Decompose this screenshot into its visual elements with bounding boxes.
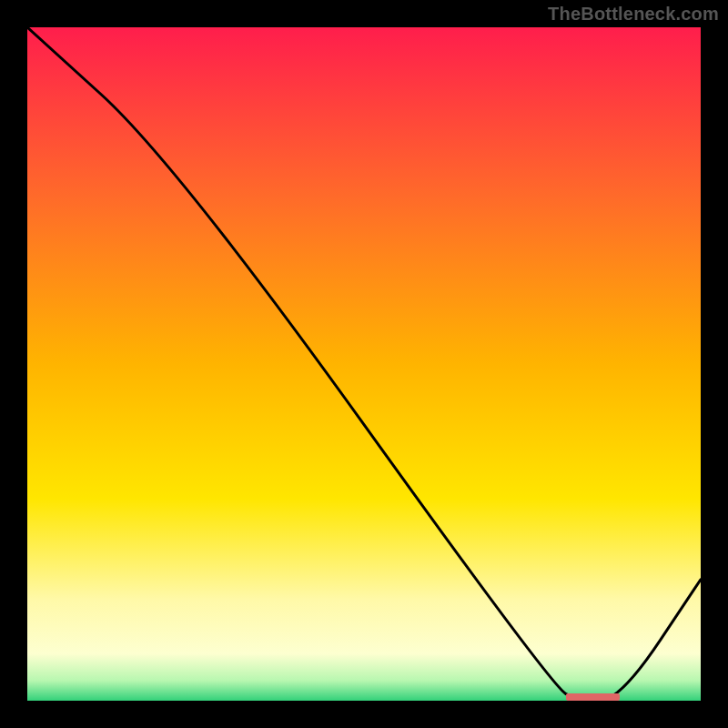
plot-area [27,27,701,701]
chart-svg [27,27,701,701]
watermark-text: TheBottleneck.com [548,4,719,25]
gradient-rect [27,27,701,701]
chart-frame: TheBottleneck.com [0,0,728,728]
optimal-range-marker [566,693,620,701]
